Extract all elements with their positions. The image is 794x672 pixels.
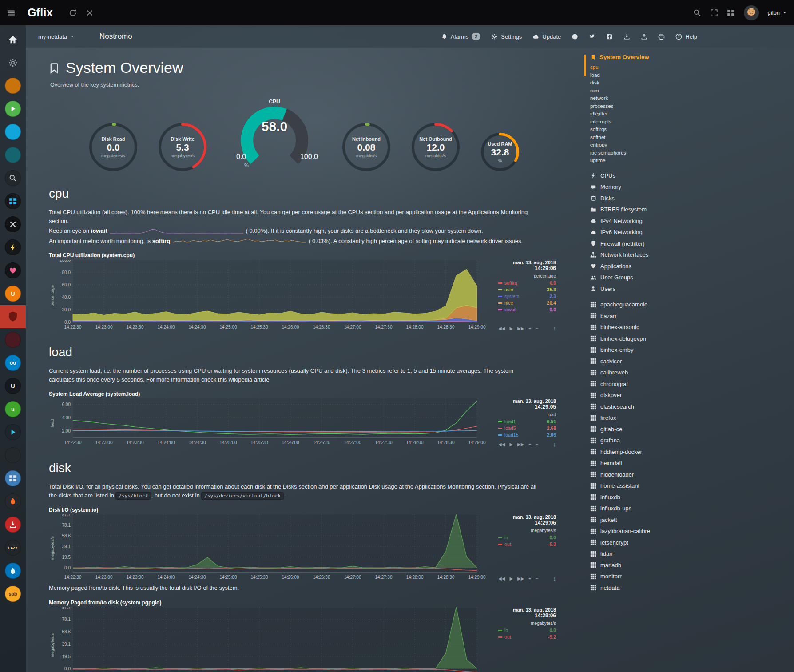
sidebar-app-binhex-airsonic[interactable]: binhex-airsonic bbox=[584, 322, 701, 333]
settings-button[interactable]: Settings bbox=[491, 33, 522, 40]
sidebar-app-influxdb[interactable]: influxdb bbox=[584, 492, 701, 503]
sidebar-app-chronograf[interactable]: chronograf bbox=[584, 378, 701, 390]
upload-icon[interactable] bbox=[641, 33, 647, 40]
sidebar-app-elasticsearch[interactable]: elasticsearch bbox=[584, 401, 701, 413]
sidebar-app-lazylibrarian-calibre[interactable]: lazylibrarian-calibre bbox=[584, 525, 701, 537]
sidebar-app-app-18[interactable] bbox=[0, 467, 26, 490]
sidebar-app-grafana[interactable]: grafana bbox=[584, 435, 701, 446]
help-button[interactable]: ? Help bbox=[675, 33, 697, 40]
sidebar-app-letsencrypt[interactable]: letsencrypt bbox=[584, 537, 701, 549]
sidebar-sub-softnet[interactable]: softnet bbox=[590, 134, 701, 142]
sidebar-app-home[interactable] bbox=[0, 28, 26, 51]
sidebar-app-app-2[interactable] bbox=[0, 97, 26, 120]
hamburger-menu-icon[interactable] bbox=[7, 9, 15, 17]
play-button[interactable]: ▶ bbox=[509, 576, 513, 581]
sidebar-app-app-23[interactable]: sab bbox=[0, 582, 26, 605]
sidebar-menu-firewall-netfilter-[interactable]: Firewall (netfilter) bbox=[584, 238, 701, 250]
sidebar-app-diskover[interactable]: diskover bbox=[584, 390, 701, 401]
refresh-icon[interactable] bbox=[69, 9, 77, 17]
sidebar-sub-cpu[interactable]: cpu bbox=[590, 64, 701, 72]
sidebar-sub-processes[interactable]: processes bbox=[590, 103, 701, 111]
zoom-out-button[interactable]: − bbox=[536, 442, 538, 447]
host-selector[interactable]: my-netdata bbox=[38, 33, 75, 40]
play-button[interactable]: ▶ bbox=[509, 326, 513, 331]
sidebar-app-app-7[interactable] bbox=[0, 213, 26, 236]
sidebar-app-netdata[interactable]: netdata bbox=[584, 582, 701, 594]
sidebar-app-gitlab-ce[interactable]: gitlab-ce bbox=[584, 424, 701, 435]
sidebar-app-app-17[interactable] bbox=[0, 444, 26, 467]
sidebar-app-app-21[interactable]: LAZY bbox=[0, 536, 26, 559]
sidebar-app-app-12[interactable] bbox=[0, 328, 26, 351]
sidebar-app-home-assistant[interactable]: home-assistant bbox=[584, 480, 701, 492]
chart-plot-cpu[interactable]: 100.080.060.040.020.00.014:22:3014:23:00… bbox=[55, 260, 495, 332]
sidebar-app-app-13[interactable]: oo bbox=[0, 351, 26, 374]
sidebar-sub-uptime[interactable]: uptime bbox=[590, 157, 701, 165]
chart-resize-handle[interactable]: ↕ bbox=[553, 575, 556, 582]
sidebar-app-binhex-emby[interactable]: binhex-emby bbox=[584, 344, 701, 356]
legend-disk-in[interactable]: in0.0 bbox=[498, 534, 556, 541]
gauge-used-ram[interactable]: Used RAM32.8% bbox=[479, 131, 521, 173]
sidebar-sub-network[interactable]: network bbox=[590, 95, 701, 103]
pan-left-button[interactable]: ◀◀ bbox=[498, 326, 505, 331]
chart-plot-disk[interactable]: 97.778.158.639.119.50.014:22:3014:23:001… bbox=[55, 514, 495, 582]
legend-cpu-iowait[interactable]: iowait0.0 bbox=[498, 306, 556, 313]
sidebar-app-lidarr[interactable]: lidarr bbox=[584, 548, 701, 560]
sidebar-app-app-8[interactable] bbox=[0, 236, 26, 259]
download-icon[interactable] bbox=[623, 33, 630, 40]
legend-load-load5[interactable]: load52.68 bbox=[498, 425, 556, 432]
chart-resize-handle[interactable]: ↕ bbox=[553, 325, 556, 332]
legend-load-load15[interactable]: load152.06 bbox=[498, 432, 556, 438]
pan-right-button[interactable]: ▶▶ bbox=[517, 326, 524, 331]
sidebar-app-calibreweb[interactable]: calibreweb bbox=[584, 367, 701, 378]
github-icon[interactable] bbox=[572, 33, 578, 40]
legend-cpu-softirq[interactable]: softirq0.0 bbox=[498, 280, 556, 286]
sidebar-app-app-3[interactable] bbox=[0, 120, 26, 143]
sidebar-menu-ipv4-networking[interactable]: IPv4 Networking bbox=[584, 215, 701, 227]
sidebar-sub-entropy[interactable]: entropy bbox=[590, 141, 701, 149]
sidebar-sub-load[interactable]: load bbox=[590, 72, 701, 80]
sidebar-sub-ipc-semaphores[interactable]: ipc semaphores bbox=[590, 149, 701, 157]
sidebar-app-app-6[interactable] bbox=[0, 190, 26, 213]
sidebar-sub-interrupts[interactable]: interrupts bbox=[590, 118, 701, 126]
sidebar-app-jackett[interactable]: jackett bbox=[584, 514, 701, 526]
fullscreen-icon[interactable] bbox=[710, 9, 718, 17]
sidebar-app-app-1[interactable] bbox=[0, 74, 26, 97]
pan-right-button[interactable]: ▶▶ bbox=[517, 576, 524, 581]
sidebar-sub-softirqs[interactable]: softirqs bbox=[590, 126, 701, 134]
sidebar-app-app-9[interactable] bbox=[0, 259, 26, 282]
pan-right-button[interactable]: ▶▶ bbox=[517, 442, 524, 447]
sidebar-app-cadvisor[interactable]: cadvisor bbox=[584, 356, 701, 367]
zoom-in-button[interactable]: + bbox=[528, 442, 531, 447]
sidebar-app-hddtemp-docker[interactable]: hddtemp-docker bbox=[584, 446, 701, 458]
sidebar-app-monitorr[interactable]: monitorr bbox=[584, 571, 701, 582]
sidebar-app-app-19[interactable] bbox=[0, 490, 26, 513]
close-icon[interactable] bbox=[86, 9, 94, 17]
sidebar-menu-btrfs-filesystem[interactable]: BTRFS filesystem bbox=[584, 204, 701, 215]
sidebar-menu-ipv6-networking[interactable]: IPv6 Networking bbox=[584, 227, 701, 238]
legend-load-load1[interactable]: load16.51 bbox=[498, 418, 556, 425]
legend-mem-out[interactable]: out-5.2 bbox=[498, 634, 556, 640]
sidebar-menu-users[interactable]: Users bbox=[584, 283, 701, 295]
sidebar-menu-cpus[interactable]: CPUs bbox=[584, 170, 701, 182]
pan-left-button[interactable]: ◀◀ bbox=[498, 576, 505, 581]
facebook-icon[interactable] bbox=[606, 33, 613, 40]
gauge-cpu[interactable]: CPU58.00.0100.0% bbox=[226, 99, 323, 173]
user-menu[interactable]: gilbn bbox=[768, 9, 787, 16]
sidebar-app-hiddenloader[interactable]: hiddenloader bbox=[584, 469, 701, 481]
sidebar-app-settings[interactable] bbox=[0, 51, 26, 74]
sidebar-app-app-15[interactable]: u bbox=[0, 398, 26, 421]
gauge-disk-write[interactable]: Disk Write5.3megabytes/s bbox=[156, 121, 209, 173]
sidebar-app-mariadb[interactable]: mariadb bbox=[584, 560, 701, 571]
alarms-button[interactable]: Alarms 2 bbox=[441, 33, 481, 40]
legend-cpu-nice[interactable]: nice20.4 bbox=[498, 300, 556, 306]
legend-mem-in[interactable]: in0.0 bbox=[498, 627, 556, 634]
legend-cpu-user[interactable]: user35.3 bbox=[498, 286, 556, 293]
sidebar-menu-network-interfaces[interactable]: Network Interfaces bbox=[584, 249, 701, 261]
update-button[interactable]: Update bbox=[532, 33, 561, 40]
sidebar-app-app-22[interactable] bbox=[0, 559, 26, 582]
panels-icon[interactable] bbox=[727, 9, 735, 17]
zoom-in-button[interactable]: + bbox=[528, 576, 531, 581]
sidebar-app-bazarr[interactable]: bazarr bbox=[584, 310, 701, 322]
chart-resize-handle[interactable]: ↕ bbox=[553, 441, 556, 448]
sidebar-app-influxdb-ups[interactable]: influxdb-ups bbox=[584, 503, 701, 514]
